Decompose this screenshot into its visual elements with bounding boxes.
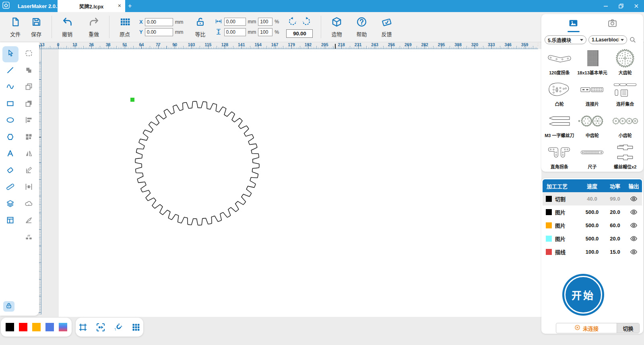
x-input[interactable] <box>145 18 173 26</box>
speed-value[interactable]: 100.0 <box>580 249 605 255</box>
library-item[interactable]: 凸轮 <box>543 78 576 109</box>
polygon-tool[interactable] <box>2 130 19 146</box>
search-icon[interactable] <box>629 36 636 43</box>
speed-value[interactable]: 500.0 <box>580 209 605 215</box>
library-item[interactable]: 中齿轮 <box>576 109 609 141</box>
output-visibility-toggle[interactable] <box>625 222 642 229</box>
sheet-tool[interactable] <box>2 213 19 229</box>
library-item[interactable]: 18x13基本单元 <box>576 47 609 78</box>
color-swatch[interactable] <box>45 323 54 331</box>
ellipse-tool[interactable] <box>2 113 19 129</box>
save-button[interactable]: 保存 <box>26 16 47 38</box>
output-visibility-toggle[interactable] <box>625 208 642 216</box>
rotation-input[interactable] <box>286 29 313 38</box>
home-button[interactable] <box>0 0 12 12</box>
redo-button[interactable]: 重做 <box>83 16 104 38</box>
distribute-tool[interactable] <box>21 180 37 196</box>
library-item[interactable]: 连杆集合 <box>609 78 642 109</box>
create-button[interactable]: 造物 <box>326 16 347 38</box>
feedback-button[interactable]: 反馈 <box>376 16 397 38</box>
layer-color-swatch[interactable] <box>546 222 552 228</box>
mirror-tool[interactable] <box>21 146 37 162</box>
fit-view-icon[interactable] <box>96 322 105 332</box>
break-tool[interactable] <box>21 230 37 246</box>
magnet-icon[interactable] <box>114 322 123 332</box>
layer-color-swatch[interactable] <box>546 209 552 215</box>
line-tool[interactable] <box>2 63 19 79</box>
category-dropdown[interactable]: 5.乐造模块 <box>545 35 586 44</box>
gradient-color-swatch[interactable] <box>59 323 67 331</box>
power-value[interactable]: 20.0 <box>605 236 625 242</box>
aspect-lock-button[interactable]: 等比 <box>190 16 211 38</box>
pen-tool[interactable] <box>21 213 37 229</box>
power-value[interactable]: 99.0 <box>605 196 625 202</box>
color-swatch[interactable] <box>19 323 27 331</box>
origin-button[interactable]: 原点 <box>114 16 135 38</box>
rect-tool[interactable] <box>2 97 19 113</box>
library-item[interactable]: 直角拐条 <box>543 141 576 172</box>
process-row[interactable]: 描线100.015.0 <box>543 245 642 259</box>
power-value[interactable]: 15.0 <box>605 249 625 255</box>
layers-tool[interactable] <box>2 197 19 213</box>
tab-close-icon[interactable]: × <box>118 2 121 9</box>
angle-tool[interactable] <box>21 163 37 179</box>
output-visibility-toggle[interactable] <box>625 248 642 256</box>
weld-tool[interactable] <box>21 197 37 213</box>
align-tool[interactable] <box>21 113 37 129</box>
help-button[interactable]: 帮助 <box>351 16 372 38</box>
document-tab[interactable]: 奖牌2.lcpx × <box>58 0 125 12</box>
pack-dropdown[interactable]: 1.Laserblock <box>588 35 627 44</box>
height-percent-input[interactable] <box>258 28 272 36</box>
eraser-tool[interactable] <box>2 163 19 179</box>
power-value[interactable]: 60.0 <box>605 222 625 228</box>
panel-lock-button[interactable] <box>3 301 14 312</box>
library-item[interactable]: 尺子 <box>576 141 609 172</box>
tab-gallery[interactable] <box>568 18 580 32</box>
library-item[interactable]: 连接片 <box>576 78 609 109</box>
grid-icon[interactable] <box>131 322 141 332</box>
select-tool[interactable] <box>2 46 19 62</box>
text-tool[interactable] <box>2 146 19 162</box>
curve-tool[interactable] <box>2 80 19 96</box>
rotate-cw-icon[interactable] <box>301 16 311 28</box>
ruler-tool[interactable] <box>2 180 19 196</box>
switch-device-button[interactable]: 切换 <box>617 323 639 333</box>
library-item[interactable]: M3 一字螺丝刀 <box>543 109 576 141</box>
rotate-ccw-icon[interactable] <box>288 16 297 28</box>
gear-object[interactable] <box>135 101 259 225</box>
layer-color-swatch[interactable] <box>546 249 552 255</box>
power-value[interactable]: 20.0 <box>605 209 625 215</box>
maximize-button[interactable] <box>613 0 629 12</box>
width-percent-input[interactable] <box>258 18 272 26</box>
color-swatch[interactable] <box>32 323 41 331</box>
library-item[interactable]: 大齿轮 <box>609 47 642 78</box>
process-row[interactable]: 切割40.099.0 <box>543 192 642 205</box>
marquee-tool[interactable] <box>21 46 37 62</box>
library-item[interactable]: 小齿轮 <box>609 109 642 141</box>
tab-camera[interactable] <box>607 18 617 32</box>
library-item[interactable]: 120度拐条 <box>543 47 576 78</box>
speed-value[interactable]: 500.0 <box>580 222 605 228</box>
library-item[interactable]: 螺丝帽位x2 <box>609 141 642 172</box>
subtract-tool[interactable] <box>21 97 37 113</box>
color-swatch[interactable] <box>6 323 14 331</box>
process-row[interactable]: 图片500.020.0 <box>543 232 642 245</box>
process-row[interactable]: 图片500.060.0 <box>543 219 642 232</box>
minimize-button[interactable] <box>598 0 613 12</box>
width-input[interactable] <box>224 18 246 26</box>
process-row[interactable]: 图片500.020.0 <box>543 205 642 219</box>
speed-value[interactable]: 500.0 <box>580 236 605 242</box>
output-visibility-toggle[interactable] <box>625 195 642 203</box>
y-input[interactable] <box>145 28 173 36</box>
connection-status[interactable]: 未连接 <box>556 323 617 333</box>
layer-color-swatch[interactable] <box>546 196 552 202</box>
canvas-drawing[interactable] <box>41 49 541 317</box>
union-tool[interactable] <box>21 63 37 79</box>
arrange-tool[interactable] <box>21 130 37 146</box>
speed-value[interactable]: 40.0 <box>580 196 605 202</box>
undo-button[interactable]: 撤销 <box>57 16 78 38</box>
close-button[interactable] <box>629 0 644 12</box>
new-tab-button[interactable]: + <box>128 2 132 10</box>
file-button[interactable]: 文件 <box>5 16 26 38</box>
duplicate-tool[interactable] <box>21 80 37 96</box>
